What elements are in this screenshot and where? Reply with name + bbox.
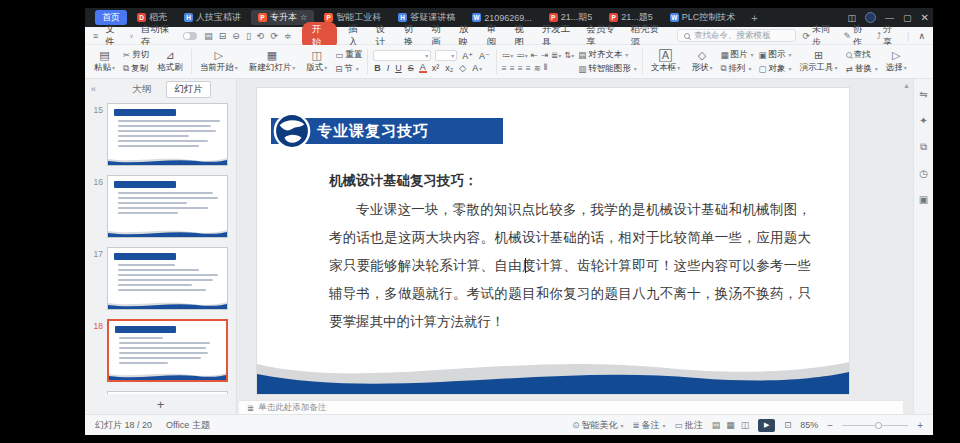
theme-name[interactable]: Office 主题 xyxy=(166,419,210,432)
bullets-icon[interactable]: ≔▾ xyxy=(502,50,513,60)
preview-icon[interactable]: ▯ xyxy=(246,31,251,41)
increase-font-icon[interactable]: A⁺ xyxy=(461,51,474,61)
text-effects-button[interactable]: A▾ xyxy=(471,63,483,73)
bold-button[interactable]: B xyxy=(373,63,382,73)
scroll-up-icon[interactable]: ▲ xyxy=(903,82,910,89)
notes-toggle-button[interactable]: ≣备注▾ xyxy=(632,419,665,432)
slide-thumbnail[interactable] xyxy=(107,391,228,394)
minimize-button[interactable]: — xyxy=(885,13,894,23)
save-icon[interactable]: ▤ xyxy=(204,31,213,41)
justify-icon[interactable]: ≡ xyxy=(526,63,530,73)
slide-heading[interactable]: 机械设计基础复习技巧： xyxy=(329,172,478,190)
command-search-box[interactable]: 查找命令、搜索模板 xyxy=(677,29,796,42)
superscript-button[interactable]: x² xyxy=(431,63,441,73)
slideshow-play-button[interactable]: ▶ xyxy=(758,419,775,432)
object-button[interactable]: ▢对象▾ xyxy=(758,63,791,75)
object-pane-icon[interactable]: ▣ xyxy=(919,194,928,205)
textbox-button[interactable]: 🄰 文本框▾ xyxy=(648,47,684,76)
subscript-button[interactable]: x₂ xyxy=(444,63,454,73)
picture-button[interactable]: ▦图片▾ xyxy=(720,49,753,61)
slide-thumbnail[interactable] xyxy=(107,319,228,382)
italic-button[interactable]: I xyxy=(386,63,391,73)
slide-title-banner[interactable]: 专业课复习技巧 xyxy=(271,118,503,144)
zoom-slider[interactable] xyxy=(842,425,908,426)
tab-outline[interactable]: 大纲 xyxy=(125,82,158,97)
replace-button[interactable]: ⇄替换▾ xyxy=(846,63,878,75)
hamburger-menu-icon[interactable]: ≡ xyxy=(93,31,98,41)
strikethrough-button[interactable]: S xyxy=(407,63,415,73)
export-icon[interactable]: ⊖ xyxy=(232,31,240,41)
add-slide-button[interactable]: + xyxy=(157,398,165,411)
select-button[interactable]: ▷ 选择▾ xyxy=(883,47,910,76)
smart-beautify-button[interactable]: ⊙智能美化▾ xyxy=(572,419,623,432)
play-from-current-button[interactable]: ▷ 当前开始▾ xyxy=(197,47,241,76)
maximize-button[interactable]: ▢ xyxy=(903,13,912,23)
numbering-icon[interactable]: ≕▾ xyxy=(516,50,527,60)
find-button[interactable]: 查找 xyxy=(846,49,878,61)
copy-button[interactable]: ⧉复制 xyxy=(123,63,149,75)
history-icon[interactable]: ◷ xyxy=(919,168,928,179)
line-spacing-icon[interactable]: ≣▾ xyxy=(551,50,560,60)
reading-view-icon[interactable]: ◫ xyxy=(741,420,750,430)
layout-button[interactable]: ◫ 版式▾ xyxy=(303,47,330,76)
comments-button[interactable]: ▭批注 xyxy=(675,419,703,432)
autosave-toggle[interactable] xyxy=(183,32,198,40)
slide-canvas[interactable]: 专业课复习技巧 机械设计基础复习技巧： 专业课这一块，零散的知识点比较多，我学的… xyxy=(257,88,849,394)
new-slide-button[interactable]: ▦ 新建幻灯片▾ xyxy=(246,47,299,76)
fit-slide-icon[interactable]: ⊡ xyxy=(784,420,791,430)
presentation-tools-button[interactable]: ⊞ 演示工具▾ xyxy=(796,47,840,76)
slide-thumbnail[interactable] xyxy=(107,103,228,166)
new-tab-button[interactable]: + xyxy=(745,12,763,24)
layers-icon[interactable]: ⧉ xyxy=(920,141,927,153)
cut-button[interactable]: ✂剪切 xyxy=(123,49,149,61)
document-tab[interactable]: H人技宝精讲 xyxy=(177,10,248,25)
format-painter-button[interactable]: ⊿ 格式刷 xyxy=(154,47,186,76)
smart-graphic-button[interactable]: ▥转智能图形▾ xyxy=(578,63,637,75)
align-center-icon[interactable]: ≡ xyxy=(510,63,514,73)
slide-editor[interactable]: ▲ 专业课复习技巧 机械设计基础复习技巧： 专业课这一块，零散的知识点比较多，我… xyxy=(237,79,913,414)
zoom-slider-knob[interactable] xyxy=(875,422,882,429)
diagram-button[interactable]: ▣图示▾ xyxy=(758,49,791,61)
slide-paragraph[interactable]: 专业课这一块，零散的知识点比较多，我学的是机械设计基础和机械制图，考的话也是这两… xyxy=(329,196,811,336)
columns-icon[interactable]: ⫴ xyxy=(544,62,547,73)
decrease-font-icon[interactable]: A⁻ xyxy=(478,51,491,61)
document-tab[interactable]: WPLC控制技术 xyxy=(663,10,743,25)
align-left-icon[interactable]: ≡ xyxy=(502,63,506,73)
distribute-icon[interactable]: ≋ xyxy=(534,63,540,73)
print-icon[interactable]: ⊟ xyxy=(219,31,227,41)
zoom-value[interactable]: 85% xyxy=(800,420,818,430)
section-button[interactable]: ⊟节▾ xyxy=(335,63,362,75)
align-text-button[interactable]: ▤对齐文本▾ xyxy=(578,49,637,61)
reset-button[interactable]: ▭重置 xyxy=(335,49,362,61)
more-icon[interactable]: ≑ xyxy=(284,31,292,41)
slide-thumbnail[interactable] xyxy=(107,175,228,238)
collapse-ribbon-button[interactable]: ∧ xyxy=(918,31,925,41)
effects-icon[interactable]: ✦ xyxy=(919,115,927,126)
decrease-indent-icon[interactable]: ⇤ xyxy=(531,50,537,60)
close-button[interactable]: ✕ xyxy=(921,12,929,23)
properties-icon[interactable]: ⇋ xyxy=(919,89,927,100)
font-name-select[interactable]: ▾ xyxy=(373,50,431,61)
split-screen-icon[interactable]: ◫ xyxy=(848,13,857,23)
zoom-out-button[interactable]: − xyxy=(827,420,833,431)
font-size-select[interactable]: ▾ xyxy=(435,50,457,61)
undo-icon[interactable]: ⟲ xyxy=(257,31,265,41)
paste-button[interactable]: ▤ 粘贴▾ xyxy=(91,47,118,76)
collapse-panel-button[interactable]: « xyxy=(91,84,96,94)
normal-view-icon[interactable]: ▤ xyxy=(712,420,721,430)
arrange-button[interactable]: ⧉排列▾ xyxy=(720,63,753,75)
text-direction-icon[interactable]: ⇅▾ xyxy=(564,50,573,60)
tab-slides[interactable]: 幻灯片 xyxy=(166,81,211,98)
avatar[interactable] xyxy=(865,12,876,23)
zoom-in-button[interactable]: + xyxy=(917,420,923,431)
redo-icon[interactable]: ⟳ xyxy=(270,31,278,41)
highlight-button[interactable]: ◇ xyxy=(458,63,467,73)
notes-bar[interactable]: ≣ 单击此处添加备注 xyxy=(239,400,903,414)
slide-thumbnail[interactable] xyxy=(107,247,228,310)
align-right-icon[interactable]: ≡ xyxy=(518,63,522,73)
shapes-button[interactable]: ◇ 形状▾ xyxy=(688,47,715,76)
increase-indent-icon[interactable]: ⇥ xyxy=(541,50,547,60)
font-color-button[interactable]: A xyxy=(419,63,427,73)
slide-sorter-icon[interactable]: ▦ xyxy=(726,420,735,430)
underline-button[interactable]: U xyxy=(394,63,403,73)
